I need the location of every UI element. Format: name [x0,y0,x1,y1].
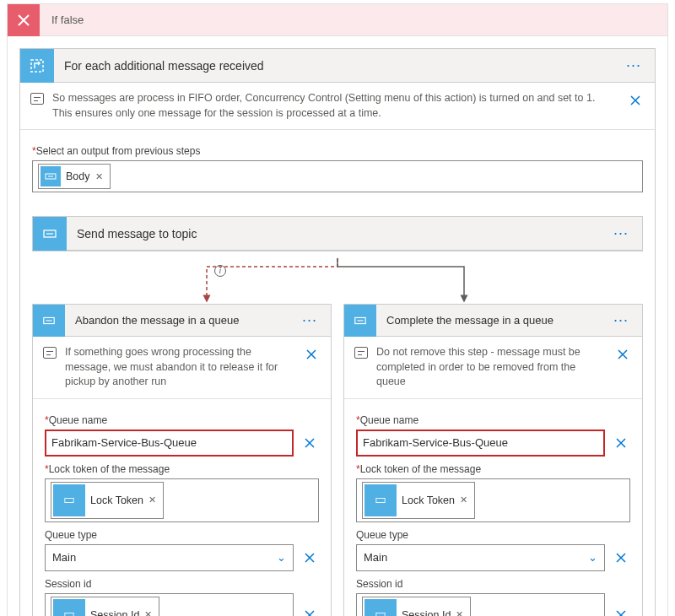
servicebus-icon [364,599,397,617]
servicebus-icon [364,484,397,516]
lock-token-label: Lock token of the message [360,463,481,475]
abandon-queue-clear[interactable] [300,434,319,452]
servicebus-icon [53,484,85,516]
send-topic-title: Send message to topic [67,227,607,240]
session-id-remove[interactable]: ✕ [144,609,152,616]
session-id-label: Session id [356,578,630,590]
foreach-action: For each additional message received ···… [19,48,656,616]
info-icon[interactable]: i [214,265,226,277]
send-topic-action: Send message to topic ··· [32,216,643,251]
abandon-note-close[interactable] [302,345,321,364]
session-id-token[interactable]: Session Id ✕ [51,597,159,617]
complete-queue-type-clear[interactable] [612,548,630,567]
session-id-label: Session id [45,578,319,590]
foreach-title: For each additional message received [54,59,619,73]
servicebus-icon [53,599,85,617]
abandon-queue-name-input[interactable]: Fabrikam-Service-Bus-Queue [45,430,294,457]
body-token[interactable]: Body ✕ [38,164,111,189]
complete-queue-type-select[interactable]: Main ⌄ [356,544,605,571]
servicebus-icon [33,305,65,337]
chevron-down-icon: ⌄ [588,551,597,564]
complete-session-id-input[interactable]: Session Id ✕ [356,593,605,617]
complete-menu-button[interactable]: ··· [607,311,635,329]
if-false-label: If false [40,14,84,26]
complete-header[interactable]: Complete the message in a queue ··· [344,305,642,337]
session-id-token[interactable]: Session Id ✕ [362,597,471,617]
body-token-remove[interactable]: ✕ [95,171,103,182]
abandon-title: Abandon the message in a queue [65,314,295,327]
foreach-header[interactable]: For each additional message received ··· [20,49,655,83]
complete-lock-token-input[interactable]: Lock Token ✕ [356,478,630,522]
abandon-note: If something goes wrong processing the m… [33,337,331,399]
complete-note-close[interactable] [613,345,632,364]
if-false-header: If false [8,4,667,36]
comment-icon [43,347,57,359]
servicebus-icon [344,305,376,337]
loop-icon [20,49,54,83]
lock-token-label: Lock token of the message [49,463,170,475]
foreach-menu-button[interactable]: ··· [619,57,648,74]
svg-rect-4 [65,498,73,502]
complete-title: Complete the message in a queue [376,314,607,327]
close-icon [8,4,40,36]
comment-icon [354,347,368,359]
servicebus-icon [33,217,67,251]
abandon-menu-button[interactable]: ··· [295,311,324,329]
complete-action: Complete the message in a queue ··· Do n… [343,304,643,616]
svg-rect-7 [376,498,385,502]
abandon-note-text: If something goes wrong processing the m… [65,345,294,390]
svg-rect-8 [376,613,385,616]
foreach-note-close[interactable] [626,91,645,110]
abandon-lock-token-input[interactable]: Lock Token ✕ [45,478,319,522]
svg-rect-0 [31,60,43,72]
output-label: *Select an output from previous steps [32,145,643,157]
lock-token-remove[interactable]: ✕ [460,494,467,505]
queue-type-label: Queue type [356,529,630,541]
foreach-note: So messages are process in FIFO order, C… [20,83,655,130]
complete-note-text: Do not remove this step - message must b… [376,345,605,390]
abandon-session-id-input[interactable]: Session Id ✕ [45,593,294,617]
abandon-queue-type-select[interactable]: Main ⌄ [45,544,294,571]
lock-token-remove[interactable]: ✕ [148,494,156,505]
queue-type-label: Queue type [45,529,319,541]
servicebus-icon [40,166,61,186]
complete-session-clear[interactable] [612,606,630,617]
abandon-queue-type-clear[interactable] [300,548,319,567]
complete-queue-name-input[interactable]: Fabrikam-Service-Bus-Queue [356,430,605,457]
abandon-session-clear[interactable] [300,606,319,617]
send-topic-menu-button[interactable]: ··· [607,224,635,242]
abandon-action: Abandon the message in a queue ··· If so… [32,304,332,616]
output-input[interactable]: Body ✕ [32,160,643,192]
comment-icon [30,93,44,105]
svg-rect-5 [65,613,73,616]
foreach-note-text: So messages are process in FIFO order, C… [52,91,618,121]
lock-token-token[interactable]: Lock Token ✕ [362,482,475,519]
if-false-container: If false For each additional message rec… [7,3,668,616]
complete-note: Do not remove this step - message must b… [344,337,642,399]
lock-token-token[interactable]: Lock Token ✕ [51,482,164,519]
queue-name-label: Queue name [49,414,107,426]
body-token-label: Body [66,170,90,182]
session-id-remove[interactable]: ✕ [456,609,463,616]
chevron-down-icon: ⌄ [277,551,286,564]
branch-connectors: i [32,258,643,304]
send-topic-header[interactable]: Send message to topic ··· [33,217,642,251]
abandon-header[interactable]: Abandon the message in a queue ··· [33,305,331,337]
queue-name-label: Queue name [360,414,418,426]
complete-queue-clear[interactable] [612,434,630,452]
